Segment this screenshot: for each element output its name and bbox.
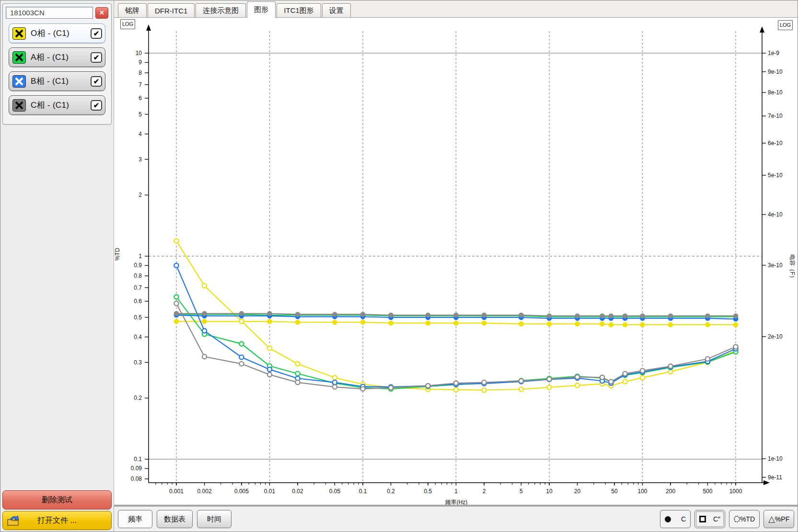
open-file-label: 打开文件 ...	[37, 516, 77, 526]
open-folder-icon	[7, 515, 20, 529]
td-data-point	[239, 362, 243, 366]
svg-text:200: 200	[666, 488, 675, 495]
tab-连接示意图[interactable]: 连接示意图	[196, 3, 246, 17]
td-data-point	[202, 328, 207, 333]
cap-data-point	[547, 313, 552, 318]
td-data-point	[640, 375, 645, 380]
svg-text:4e-10: 4e-10	[768, 211, 783, 218]
log-scale-left-button[interactable]: LOG	[120, 19, 135, 29]
cap-data-point	[600, 321, 605, 327]
cap-data-point	[519, 313, 524, 318]
axis-mode-时间-button[interactable]: 时间	[197, 510, 231, 528]
x-axis-mode-buttons: 频率数据表时间	[118, 510, 231, 528]
test-id-field[interactable]: 181003CN	[6, 7, 93, 19]
series-visibility-checkbox[interactable]: ✔	[91, 52, 102, 63]
tab-铭牌[interactable]: 铭牌	[118, 3, 147, 17]
toggle-percent-pf-button[interactable]: △ %PF	[763, 510, 794, 528]
svg-text:0.3: 0.3	[134, 359, 142, 366]
td-data-point	[482, 380, 486, 385]
trace-toggle-buttons: C C″ %TD △ %PF	[660, 510, 794, 528]
test-header: 181003CN ✕	[6, 7, 108, 19]
td-data-point	[267, 373, 272, 377]
td-data-point	[389, 385, 393, 390]
legend-list: O相 - (C1)✔A相 - (C1)✔B相 - (C1)✔C相 - (C1)✔	[6, 23, 108, 115]
svg-text:1: 1	[454, 488, 458, 495]
td-data-point	[174, 294, 178, 299]
td-data-point	[174, 263, 178, 268]
axis-mode-频率-button[interactable]: 频率	[118, 510, 152, 528]
svg-text:100: 100	[637, 488, 647, 495]
svg-text:6e-10: 6e-10	[768, 140, 783, 147]
tab-ITC1图形[interactable]: ITC1图形	[277, 3, 321, 17]
td-data-point	[267, 367, 272, 372]
toggle-c-double-prime-button[interactable]: C″	[694, 510, 725, 528]
legend-item-C-phase[interactable]: C相 - (C1)✔	[9, 95, 105, 115]
svg-text:7e-10: 7e-10	[768, 113, 783, 119]
cap-data-point	[668, 322, 673, 328]
td-data-point	[333, 385, 337, 389]
cap-data-point	[519, 321, 524, 327]
series-visibility-checkbox[interactable]: ✔	[91, 76, 102, 87]
square-icon	[699, 516, 706, 522]
legend-item-O-phase[interactable]: O相 - (C1)✔	[9, 23, 105, 43]
svg-text:0.9: 0.9	[134, 262, 142, 269]
tab-图形[interactable]: 图形	[247, 1, 276, 18]
td-data-point	[733, 345, 738, 349]
cap-data-point	[668, 313, 673, 318]
legend-item-label: B相 - (C1)	[26, 76, 91, 87]
svg-text:4: 4	[139, 131, 142, 137]
toggle-percent-td-button[interactable]: %TD	[729, 510, 760, 528]
sidebar: 181003CN ✕ O相 - (C1)✔A相 - (C1)✔B相 - (C1)…	[0, 0, 114, 532]
cap-data-point	[705, 322, 710, 328]
toggle-label: C	[681, 515, 686, 523]
svg-text:5e-10: 5e-10	[768, 172, 783, 179]
td-data-point	[174, 301, 178, 306]
svg-text:0.001: 0.001	[169, 488, 184, 495]
td-data-point	[333, 375, 337, 380]
toggle-label: %TD	[740, 515, 755, 523]
legend-item-A-phase[interactable]: A相 - (C1)✔	[9, 47, 105, 67]
td-data-point	[174, 238, 178, 243]
svg-text:0.5: 0.5	[424, 488, 432, 495]
open-file-button[interactable]: 打开文件 ...	[2, 511, 112, 530]
cap-data-point	[609, 313, 614, 318]
delete-test-button[interactable]: 删除测试	[2, 490, 112, 509]
td-data-point	[705, 357, 710, 361]
bottom-toolbar: 频率数据表时间 C C″ %TD △ %PF	[114, 505, 798, 532]
svg-text:0.01: 0.01	[264, 488, 276, 495]
svg-text:0.8: 0.8	[134, 272, 142, 279]
td-data-point	[333, 380, 337, 385]
svg-text:0.2: 0.2	[134, 395, 142, 401]
svg-text:20: 20	[574, 488, 581, 495]
axis-mode-数据表-button[interactable]: 数据表	[157, 510, 193, 528]
svg-text:500: 500	[703, 488, 712, 495]
td-data-point	[295, 362, 300, 366]
series-x-icon	[12, 75, 26, 88]
td-data-point	[575, 383, 579, 387]
toggle-capacitance-button[interactable]: C	[660, 510, 691, 528]
cap-data-point	[733, 313, 739, 318]
svg-text:0.1: 0.1	[134, 456, 142, 463]
td-data-point	[267, 346, 272, 351]
td-data-point	[668, 364, 672, 368]
series-visibility-checkbox[interactable]: ✔	[91, 28, 102, 39]
cap-data-point	[453, 313, 459, 318]
cap-data-point	[267, 319, 272, 324]
td-data-point	[575, 375, 579, 379]
td-data-point	[609, 379, 613, 384]
td-data-point	[202, 354, 207, 359]
legend-item-B-phase[interactable]: B相 - (C1)✔	[9, 71, 105, 91]
log-scale-right-button[interactable]: LOG	[778, 20, 793, 30]
close-test-button[interactable]: ✕	[95, 7, 108, 19]
td-data-point	[360, 387, 365, 391]
tab-DFR-ITC1[interactable]: DFR-ITC1	[148, 3, 195, 17]
svg-text:10: 10	[546, 488, 553, 495]
cap-data-point	[426, 320, 431, 326]
svg-text:9e-11: 9e-11	[768, 474, 782, 481]
cap-data-point	[453, 320, 459, 326]
sidebar-bottom: 删除测试 打开文件 ...	[2, 490, 112, 530]
series-x-icon	[12, 27, 26, 40]
tab-设置[interactable]: 设置	[322, 3, 351, 17]
series-visibility-checkbox[interactable]: ✔	[91, 100, 102, 111]
svg-text:0.005: 0.005	[234, 488, 249, 495]
